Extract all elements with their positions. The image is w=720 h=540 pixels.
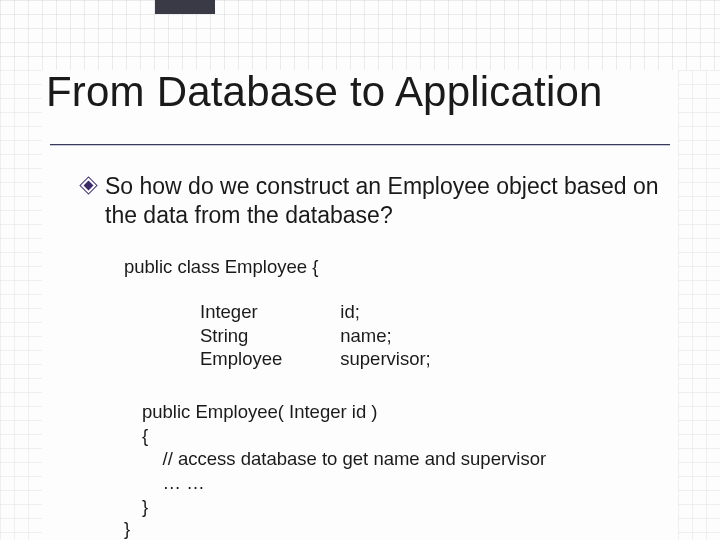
title-underline bbox=[50, 144, 670, 146]
code-constructor: public Employee( Integer id ) { // acces… bbox=[142, 400, 546, 518]
field-name: name; bbox=[340, 324, 430, 348]
ctor-comment: // access database to get name and super… bbox=[142, 447, 546, 471]
field-type: Integer bbox=[200, 300, 282, 324]
bullet-row: So how do we construct an Employee objec… bbox=[82, 172, 680, 231]
diamond-bullet-icon bbox=[82, 179, 95, 192]
field-name: id; bbox=[340, 300, 430, 324]
decorative-top-grid bbox=[0, 0, 720, 70]
class-close-brace: } bbox=[124, 518, 130, 540]
slide-title: From Database to Application bbox=[46, 68, 603, 116]
code-class-decl: public class Employee { bbox=[124, 255, 318, 279]
bullet-text: So how do we construct an Employee objec… bbox=[105, 172, 665, 231]
slide: From Database to Application So how do w… bbox=[0, 0, 720, 540]
ctor-close-brace: } bbox=[142, 495, 546, 519]
code-line: public class Employee { bbox=[124, 255, 318, 279]
code-fields: Integer String Employee id; name; superv… bbox=[200, 300, 431, 371]
decorative-side-grid-right bbox=[678, 70, 720, 540]
decorative-side-grid-left bbox=[0, 70, 42, 540]
field-type: Employee bbox=[200, 347, 282, 371]
field-names-col: id; name; supervisor; bbox=[340, 300, 430, 371]
slide-body: So how do we construct an Employee objec… bbox=[82, 172, 680, 231]
ctor-open-brace: { bbox=[142, 424, 546, 448]
ctor-signature: public Employee( Integer id ) bbox=[142, 400, 546, 424]
ctor-ellipsis: … … bbox=[142, 471, 546, 495]
field-type: String bbox=[200, 324, 282, 348]
field-types-col: Integer String Employee bbox=[200, 300, 282, 371]
field-name: supervisor; bbox=[340, 347, 430, 371]
